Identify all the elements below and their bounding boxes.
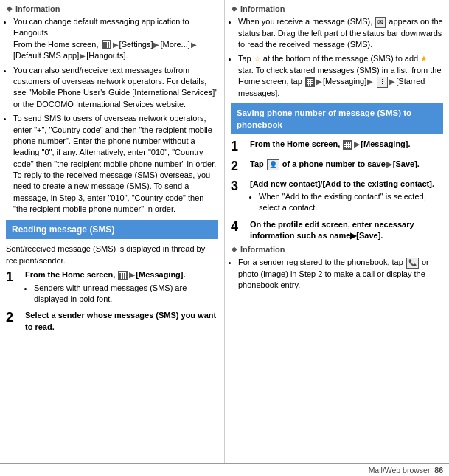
info-list-3: For a sender registered to the phonebook…: [231, 257, 443, 291]
step-1-number: 1: [6, 269, 22, 286]
save-step-1-content: From the Home screen, ▶[Messaging].: [250, 139, 443, 150]
save-step-2-text: Tap 👤 of a phone number to save▶[Save].: [250, 159, 420, 168]
arrow-5: ▶: [129, 270, 135, 280]
step-2-row: 2 Select a sender whose messages (SMS) y…: [6, 310, 218, 333]
right-column: ❖ Information When you receive a message…: [225, 0, 449, 463]
info-list-2: When you receive a message (SMS), ✉ appe…: [231, 16, 443, 99]
step-1-content: From the Home screen, ▶[Messaging]. Send…: [25, 269, 218, 306]
save-step-3-sublist: When "Add to the existing contact" is se…: [250, 191, 443, 214]
footer-bar: Mail/Web browser 86: [0, 463, 449, 476]
info-item-2-2: Tap ☆ at the bottom of the message (SMS)…: [238, 53, 443, 99]
arrow-7: ▶: [367, 77, 373, 87]
info-header-2-label: Information: [240, 4, 285, 13]
saving-section-label: Saving phone number of message (SMS) to …: [237, 108, 411, 129]
info-header-3-label: Information: [240, 245, 285, 254]
arrow-1: ▶: [113, 40, 119, 50]
left-column: ❖ Information You can change default mes…: [0, 0, 225, 463]
save-step-4-row: 4 On the profile edit screen, enter nece…: [231, 219, 443, 242]
info-section-3: ❖ Information For a sender registered to…: [231, 245, 443, 291]
diamond-icon-3: ❖: [231, 246, 237, 254]
step-1-sub: Senders with unread messages (SMS) are d…: [34, 283, 218, 306]
save-step-3-number: 3: [231, 179, 247, 195]
info-item-1-1: You can change default messaging applica…: [13, 16, 218, 62]
grid-icon-1: [102, 40, 111, 49]
info-section-2: ❖ Information When you receive a message…: [231, 4, 443, 99]
save-step-1-text: From the Home screen, ▶[Messaging].: [250, 139, 411, 148]
save-step-3-sub: When "Add to the existing contact" is se…: [259, 191, 443, 214]
info-item-1-3: To send SMS to users of overseas network…: [13, 113, 218, 215]
arrow-10: ▶: [386, 159, 392, 170]
save-step-2-content: Tap 👤 of a phone number to save▶[Save].: [250, 159, 443, 170]
info-item-1-2: You can also send/receive text messages …: [13, 65, 218, 111]
star-icon-filled: ★: [420, 54, 428, 63]
reading-section-label: Reading message (SMS): [12, 224, 114, 235]
person-icon: 👤: [267, 159, 279, 170]
save-step-2-number: 2: [231, 159, 247, 175]
save-step-4-number: 4: [231, 219, 247, 235]
step-1-row: 1 From the Home screen, ▶[Messaging]. Se…: [6, 269, 218, 306]
save-step-3-content: [Add new contact]/[Add to the existing c…: [250, 179, 443, 215]
save-step-4-text: On the profile edit screen, enter necess…: [250, 220, 414, 240]
save-step-1-number: 1: [231, 139, 247, 155]
grid-icon-4: [343, 140, 352, 150]
footer-label: Mail/Web browser: [369, 466, 431, 475]
arrow-6: ▶: [316, 77, 322, 87]
arrow-4: ▶: [80, 51, 86, 61]
diamond-icon-1: ❖: [6, 5, 13, 13]
reading-section-header: Reading message (SMS): [6, 220, 218, 240]
grid-icon-3: [305, 77, 315, 87]
info-header-2: ❖ Information: [231, 4, 443, 13]
footer-page: 86: [434, 466, 443, 475]
info-item-3-1: For a sender registered to the phonebook…: [238, 257, 443, 291]
info-section-1: ❖ Information You can change default mes…: [6, 4, 218, 215]
save-step-4-content: On the profile edit screen, enter necess…: [250, 219, 443, 242]
arrow-9: ▶: [354, 139, 360, 150]
reading-intro: Sent/received message (SMS) is displayed…: [6, 244, 218, 266]
save-step-2-row: 2 Tap 👤 of a phone number to save▶[Save]…: [231, 159, 443, 175]
save-step-3-row: 3 [Add new contact]/[Add to the existing…: [231, 179, 443, 215]
step-2-text: Select a sender whose messages (SMS) you…: [25, 311, 216, 331]
phone-icon: 📞: [406, 258, 419, 269]
grid-icon-2: [118, 271, 128, 280]
save-step-1-row: 1 From the Home screen, ▶[Messaging].: [231, 139, 443, 155]
info-header-3: ❖ Information: [231, 245, 443, 254]
step-1-text: From the Home screen, ▶[Messaging].: [25, 270, 186, 279]
sms-icon: ✉: [375, 17, 386, 28]
info-list-1: You can change default messaging applica…: [6, 16, 218, 215]
saving-section-header: Saving phone number of message (SMS) to …: [231, 103, 443, 134]
step-1-sublist: Senders with unread messages (SMS) are d…: [25, 283, 218, 306]
step-2-number: 2: [6, 310, 22, 326]
info-header-1: ❖ Information: [6, 4, 218, 13]
arrow-8: ▶: [389, 77, 395, 87]
arrow-2: ▶: [153, 40, 159, 50]
info-header-1-label: Information: [15, 4, 60, 13]
step-2-content: Select a sender whose messages (SMS) you…: [25, 310, 218, 333]
star-icon-empty: ☆: [254, 54, 261, 63]
diamond-icon-2: ❖: [231, 5, 237, 13]
save-step-3-text: [Add new contact]/[Add to the existing c…: [250, 179, 434, 188]
info-item-2-1: When you receive a message (SMS), ✉ appe…: [238, 16, 443, 50]
menu-icon: ⋮: [377, 77, 388, 88]
arrow-3: ▶: [191, 40, 197, 50]
